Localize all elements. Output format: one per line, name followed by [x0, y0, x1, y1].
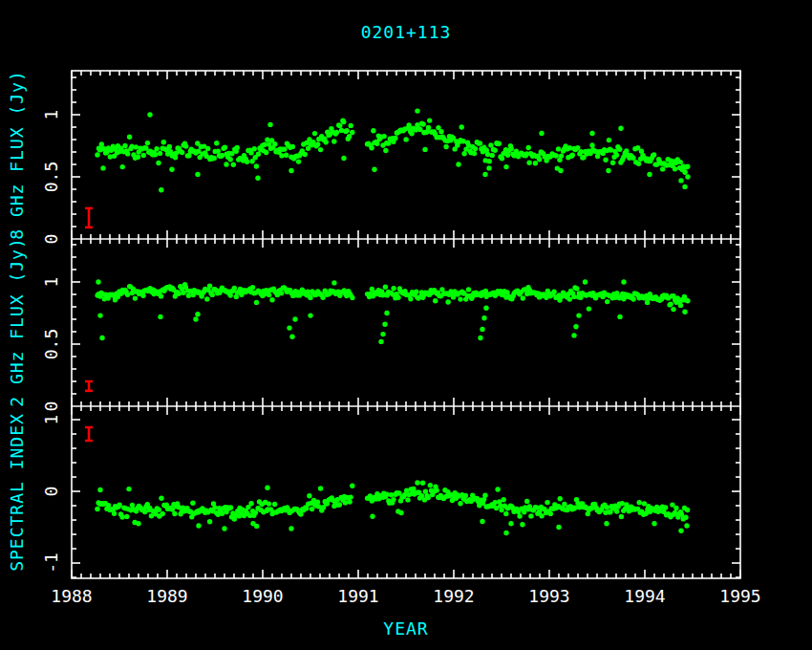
y-tick-label: 0: [41, 487, 61, 497]
yaxis-title-spectral-index: SPECTRAL INDEX: [7, 413, 27, 572]
tick-labels: 1988198919901991199219931994199500.5100.…: [41, 110, 761, 606]
light-curve-figure: 0201+113 8 GHz FLUX (Jy) 2 GHz FLUX (Jy)…: [0, 0, 812, 650]
x-tick-label: 1989: [146, 586, 187, 606]
x-tick-label: 1992: [433, 586, 474, 606]
x-tick-label: 1991: [337, 586, 378, 606]
y-tick-label: 0: [41, 234, 61, 245]
x-tick-label: 1988: [51, 586, 92, 606]
y-tick-label: 0: [41, 401, 61, 412]
y-tick-label: 1: [41, 110, 61, 120]
xaxis-title: YEAR: [383, 618, 428, 639]
figure-title: 0201+113: [361, 22, 452, 42]
x-tick-label: 1993: [528, 586, 569, 606]
y-tick-label: 0.5: [41, 162, 61, 193]
yaxis-title-8ghz: 8 GHz FLUX (Jy): [7, 70, 27, 240]
yaxis-title-2ghz: 2 GHz FLUX (Jy): [7, 237, 27, 407]
x-tick-label: 1994: [624, 586, 665, 606]
y-tick-label: 1: [41, 277, 61, 288]
panel-spectral-index-points: [95, 480, 690, 535]
y-tick-label: -1: [41, 552, 61, 574]
plot-canvas: 0201+113 8 GHz FLUX (Jy) 2 GHz FLUX (Jy)…: [0, 0, 812, 650]
x-tick-label: 1990: [242, 586, 283, 606]
y-tick-label: 1: [41, 415, 61, 425]
x-tick-label: 1995: [719, 586, 760, 606]
y-tick-label: 0.5: [41, 329, 61, 360]
panel-8ghz-points: [95, 108, 690, 192]
panel-2ghz-points: [95, 279, 690, 344]
